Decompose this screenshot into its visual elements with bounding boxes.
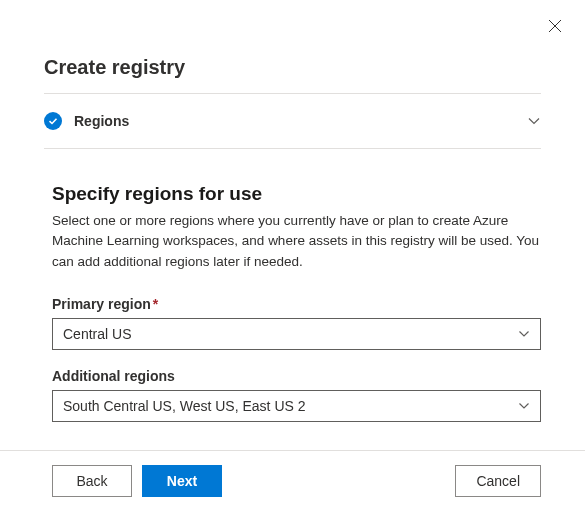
primary-region-label: Primary region* bbox=[52, 296, 541, 312]
back-button[interactable]: Back bbox=[52, 465, 132, 497]
chevron-down-icon bbox=[518, 400, 530, 412]
primary-region-value: Central US bbox=[63, 326, 131, 342]
page-title: Create registry bbox=[44, 56, 541, 94]
additional-regions-value: South Central US, West US, East US 2 bbox=[63, 398, 306, 414]
next-button[interactable]: Next bbox=[142, 465, 222, 497]
check-circle-icon bbox=[44, 112, 62, 130]
content-description: Select one or more regions where you cur… bbox=[52, 211, 541, 272]
content-heading: Specify regions for use bbox=[52, 183, 541, 205]
additional-regions-select[interactable]: South Central US, West US, East US 2 bbox=[52, 390, 541, 422]
required-asterisk: * bbox=[153, 296, 158, 312]
primary-region-select[interactable]: Central US bbox=[52, 318, 541, 350]
additional-regions-label: Additional regions bbox=[52, 368, 541, 384]
close-button[interactable] bbox=[547, 18, 563, 34]
section-label: Regions bbox=[74, 113, 527, 129]
close-icon bbox=[548, 19, 562, 33]
dialog-footer: Back Next Cancel bbox=[0, 450, 585, 513]
section-regions-header[interactable]: Regions bbox=[44, 94, 541, 149]
chevron-down-icon bbox=[527, 114, 541, 128]
cancel-button[interactable]: Cancel bbox=[455, 465, 541, 497]
chevron-down-icon bbox=[518, 328, 530, 340]
